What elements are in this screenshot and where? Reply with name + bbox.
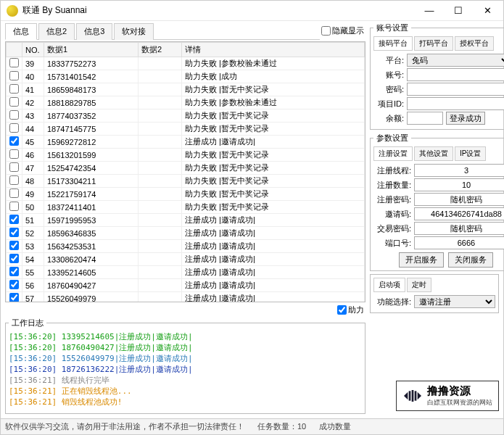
reg-count-input[interactable] (414, 178, 504, 191)
table-row[interactable]: 48 15173304211 助力失败 |暂无中奖记录 (7, 175, 365, 188)
acct-input[interactable] (407, 68, 504, 81)
table-row[interactable]: 42 18818829785 助力失败 |参数校验未通过 (7, 96, 365, 109)
table-row[interactable]: 46 15613201599 助力失败 |暂无中奖记录 (7, 149, 365, 162)
port-label: 端口号: (373, 238, 411, 249)
cell-no: 51 (22, 214, 44, 227)
txn-pwd-input[interactable] (414, 222, 504, 235)
tab-timer[interactable]: 定时 (407, 278, 431, 292)
watermark-logo-icon (402, 389, 423, 403)
log-line: [15:36:20] 18726136222|注册成功|邀请成功| (9, 364, 362, 375)
invite-code-input[interactable] (414, 207, 504, 220)
row-checkbox[interactable] (9, 280, 19, 289)
cell-data2 (139, 201, 182, 214)
tab-startup[interactable]: 启动项 (373, 278, 405, 292)
row-checkbox[interactable] (9, 188, 19, 198)
row-checkbox[interactable] (9, 293, 19, 302)
row-checkbox[interactable] (9, 267, 19, 276)
tab-soft-dock[interactable]: 软对接 (114, 23, 154, 40)
cell-data1: 18774037352 (44, 109, 139, 123)
status-task: 任务数量：10 (257, 421, 306, 432)
func-select-label: 功能选择: (373, 297, 411, 307)
reg-pwd-label: 注册密码: (373, 194, 411, 205)
cell-data1: 15173304211 (44, 175, 139, 188)
close-button[interactable]: ✕ (473, 2, 502, 20)
row-checkbox[interactable] (9, 84, 19, 94)
reg-pwd-input[interactable] (414, 193, 504, 206)
tab-other-settings[interactable]: 其他设置 (414, 146, 453, 161)
minimize-button[interactable]: — (415, 2, 444, 20)
maximize-button[interactable]: ☐ (444, 2, 473, 20)
start-service-button[interactable]: 开启服务 (399, 252, 444, 268)
row-checkbox[interactable] (9, 241, 19, 250)
table-row[interactable]: 40 15731401542 助力失败 |成功 (7, 70, 365, 83)
cell-detail: 助力失败 |暂无中奖记录 (182, 175, 365, 188)
row-checkbox[interactable] (9, 58, 19, 67)
row-checkbox[interactable] (9, 202, 19, 211)
hide-display-checkbox[interactable] (321, 26, 331, 36)
table-row[interactable]: 43 18774037352 助力失败 |暂无中奖记录 (7, 109, 365, 123)
pwd-input[interactable] (407, 83, 504, 96)
cell-data2 (139, 70, 182, 83)
params-tabs: 注册设置 其他设置 IP设置 (373, 146, 504, 161)
log-content[interactable]: [15:36:20] 13395214605|注册成功|邀请成功|[15:36:… (9, 331, 362, 410)
table-row[interactable]: 50 18372411401 助力失败 |暂无中奖记录 (7, 201, 365, 214)
row-checkbox[interactable] (9, 254, 19, 263)
table-row[interactable]: 45 15969272812 注册成功 |邀请成功| (7, 136, 365, 149)
row-checkbox[interactable] (9, 136, 19, 146)
func-select[interactable]: 邀请注册 (414, 295, 495, 308)
tab-captcha-platform[interactable]: 打码平台 (414, 36, 453, 51)
cell-data1: 13308620474 (44, 253, 139, 266)
table-row[interactable]: 56 18760490427 注册成功 |邀请成功| (7, 279, 365, 292)
row-checkbox[interactable] (9, 149, 19, 159)
row-checkbox[interactable] (9, 123, 19, 133)
balance-input[interactable] (407, 112, 443, 125)
cell-data1: 15969272812 (44, 136, 139, 149)
table-row[interactable]: 57 15526049979 注册成功 |邀请成功| (7, 292, 365, 303)
login-button[interactable]: 登录成功 (446, 112, 485, 125)
data-table-wrap[interactable]: NO. 数据1 数据2 详情 39 18337752273 助力失败 |参数校验… (5, 41, 365, 302)
cell-no: 45 (22, 136, 44, 149)
tab-reg-settings[interactable]: 注册设置 (373, 146, 413, 161)
row-checkbox[interactable] (9, 110, 19, 120)
cell-data2 (139, 83, 182, 96)
col-data1[interactable]: 数据1 (44, 43, 139, 57)
tab-info3[interactable]: 信息3 (76, 23, 112, 40)
table-row[interactable]: 55 13395214605 注册成功 |邀请成功| (7, 266, 365, 279)
col-data2[interactable]: 数据2 (139, 43, 182, 57)
tab-info2[interactable]: 信息2 (38, 23, 75, 40)
row-checkbox[interactable] (9, 162, 19, 172)
tab-sms-platform[interactable]: 接码平台 (373, 36, 413, 51)
reg-count-label: 注册数量: (373, 180, 411, 191)
table-row[interactable]: 51 15971995953 注册成功 |邀请成功| (7, 214, 365, 227)
table-row[interactable]: 47 15254742354 助力失败 |暂无中奖记录 (7, 162, 365, 175)
stop-service-button[interactable]: 关闭服务 (448, 252, 493, 268)
projid-input[interactable] (407, 97, 504, 110)
projid-label: 项目ID: (373, 99, 404, 109)
row-checkbox[interactable] (9, 175, 19, 185)
row-checkbox[interactable] (9, 97, 19, 107)
cell-detail: 注册成功 |邀请成功| (182, 227, 365, 240)
table-row[interactable]: 44 18747145775 助力失败 |暂无中奖记录 (7, 123, 365, 136)
table-row[interactable]: 52 18596346835 注册成功 |邀请成功| (7, 227, 365, 240)
cell-data1: 18372411401 (44, 201, 139, 214)
assist-checkbox[interactable] (337, 305, 347, 315)
tab-info[interactable]: 信息 (5, 23, 37, 40)
cell-no: 40 (22, 70, 44, 83)
row-checkbox[interactable] (9, 228, 19, 237)
col-no[interactable]: NO. (22, 43, 44, 57)
table-row[interactable]: 39 18337752273 助力失败 |参数校验未通过 (7, 57, 365, 70)
table-row[interactable]: 53 15634253531 注册成功 |邀请成功| (7, 240, 365, 253)
table-row[interactable]: 41 18659848173 助力失败 |暂无中奖记录 (7, 83, 365, 96)
row-checkbox[interactable] (9, 215, 19, 224)
col-detail[interactable]: 详情 (182, 43, 365, 57)
table-row[interactable]: 49 15221759174 助力失败 |暂无中奖记录 (7, 188, 365, 201)
tab-auth-platform[interactable]: 授权平台 (455, 36, 494, 51)
table-row[interactable]: 54 13308620474 注册成功 |邀请成功| (7, 253, 365, 266)
platform-select[interactable]: 兔码 (407, 54, 504, 67)
row-checkbox[interactable] (9, 71, 19, 80)
tab-ip-settings[interactable]: IP设置 (455, 146, 486, 161)
port-input[interactable] (414, 236, 504, 249)
cell-data2 (139, 57, 182, 70)
cell-no: 56 (22, 279, 44, 292)
reg-threads-input[interactable] (414, 164, 504, 177)
